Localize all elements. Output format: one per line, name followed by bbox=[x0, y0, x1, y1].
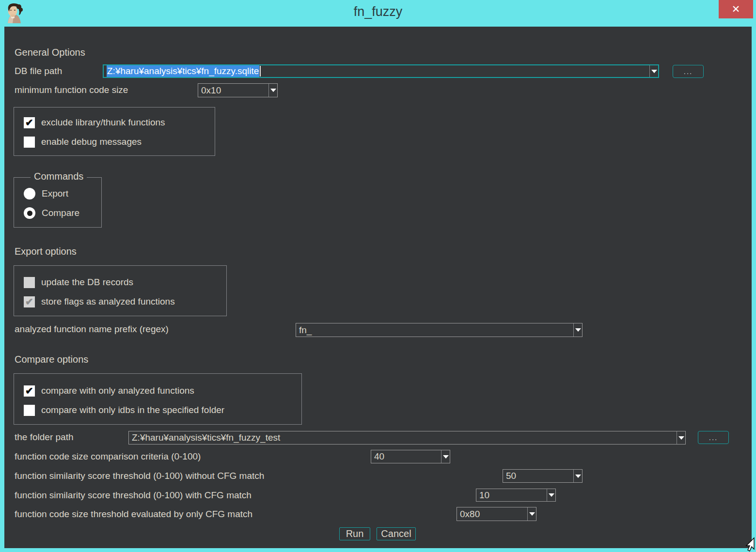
window-title: fn_fuzzy bbox=[0, 4, 756, 19]
checkbox-row-only-idbs-folder[interactable]: compare with only idbs in the specified … bbox=[24, 404, 224, 416]
radio-compare[interactable] bbox=[24, 207, 35, 219]
checkbox-row-debug-messages[interactable]: enable debug messages bbox=[24, 136, 142, 148]
titlebar[interactable]: fn_fuzzy ✕ bbox=[0, 0, 756, 27]
checkbox-only-analyzed[interactable] bbox=[24, 385, 35, 397]
cancel-button[interactable]: Cancel bbox=[377, 527, 416, 540]
dropdown-arrow-icon[interactable] bbox=[527, 507, 536, 521]
dropdown-arrow-icon[interactable] bbox=[268, 84, 277, 97]
similarity-with-cfg-combobox[interactable]: 10 bbox=[476, 489, 556, 502]
folder-browse-button[interactable]: ... bbox=[698, 431, 729, 444]
similarity-with-cfg-label: function similarity score threshold (0-1… bbox=[15, 490, 252, 501]
prefix-combobox[interactable]: fn_ bbox=[296, 323, 583, 337]
close-icon: ✕ bbox=[732, 3, 740, 15]
similarity-without-cfg-combobox[interactable]: 50 bbox=[503, 469, 583, 483]
similarity-without-cfg-value: 50 bbox=[503, 470, 573, 482]
checkbox-row-only-analyzed[interactable]: compare with only analyzed functions bbox=[24, 384, 194, 397]
general-checkbox-group: exclude library/thunk functions enable d… bbox=[14, 107, 215, 156]
folder-path-label: the folder path bbox=[15, 432, 73, 443]
dropdown-arrow-icon[interactable] bbox=[547, 489, 555, 501]
prefix-label: analyzed function name prefix (regex) bbox=[15, 324, 169, 335]
checkbox-label: update the DB records bbox=[41, 277, 133, 288]
text-caret bbox=[260, 66, 261, 77]
checkbox-label: compare with only analyzed functions bbox=[41, 385, 194, 396]
min-code-size-value: 0x10 bbox=[198, 84, 268, 97]
checkbox-debug-messages[interactable] bbox=[24, 137, 35, 148]
min-code-size-combobox[interactable]: 0x10 bbox=[198, 83, 278, 97]
compare-options-heading: Compare options bbox=[15, 354, 88, 365]
checkbox-row-store-flags: store flags as analyzed functions bbox=[24, 295, 175, 308]
prefix-value: fn_ bbox=[296, 323, 573, 337]
export-options-heading: Export options bbox=[15, 246, 77, 257]
commands-legend: Commands bbox=[31, 171, 87, 182]
cfg-only-threshold-label: function code size threshold evaluated b… bbox=[15, 509, 252, 520]
dropdown-arrow-icon[interactable] bbox=[649, 65, 658, 77]
commands-group: Commands Export Compare bbox=[14, 177, 102, 228]
checkbox-store-flags bbox=[24, 296, 35, 307]
dropdown-arrow-icon[interactable] bbox=[573, 470, 582, 482]
mouse-cursor bbox=[741, 537, 756, 552]
code-size-criteria-combobox[interactable]: 40 bbox=[371, 450, 450, 463]
dropdown-arrow-icon[interactable] bbox=[677, 431, 685, 444]
checkbox-exclude-library[interactable] bbox=[24, 117, 35, 128]
min-code-size-label: minimum function code size bbox=[15, 85, 128, 95]
close-button[interactable]: ✕ bbox=[719, 0, 753, 18]
similarity-without-cfg-label: function similarity score threshold (0-1… bbox=[15, 471, 264, 481]
general-options-heading: General Options bbox=[15, 47, 85, 58]
folder-path-value: Z:¥haru¥analysis¥tics¥fn_fuzzy_test bbox=[129, 431, 677, 444]
dropdown-arrow-icon[interactable] bbox=[441, 450, 450, 463]
db-file-path-value: Z:¥haru¥analysis¥tics¥fn_fuzzy.sqlite bbox=[104, 65, 649, 77]
radio-label: Compare bbox=[42, 208, 79, 218]
checkbox-only-idbs-folder[interactable] bbox=[24, 405, 35, 416]
checkbox-label: enable debug messages bbox=[41, 137, 142, 147]
code-size-criteria-label: function code size comparison criteria (… bbox=[15, 451, 201, 462]
export-options-group: update the DB records store flags as ana… bbox=[14, 265, 227, 316]
db-file-path-label: DB file path bbox=[15, 66, 62, 77]
dialog-body: General Options DB file path Z:¥haru¥ana… bbox=[4, 27, 752, 548]
code-size-criteria-value: 40 bbox=[371, 450, 441, 463]
folder-path-combobox[interactable]: Z:¥haru¥analysis¥tics¥fn_fuzzy_test bbox=[128, 431, 686, 445]
cfg-only-threshold-value: 0x80 bbox=[457, 507, 527, 521]
similarity-with-cfg-value: 10 bbox=[476, 489, 547, 501]
radio-label: Export bbox=[42, 188, 68, 199]
dropdown-arrow-icon[interactable] bbox=[573, 323, 582, 337]
radio-export[interactable] bbox=[24, 188, 35, 199]
checkbox-label: compare with only idbs in the specified … bbox=[41, 405, 224, 415]
cfg-only-threshold-combobox[interactable]: 0x80 bbox=[457, 507, 536, 521]
checkbox-row-exclude-library[interactable]: exclude library/thunk functions bbox=[24, 116, 165, 129]
checkbox-label: store flags as analyzed functions bbox=[41, 296, 175, 307]
checkbox-update-db bbox=[24, 277, 35, 288]
radio-row-export[interactable]: Export bbox=[24, 187, 68, 200]
checkbox-row-update-db: update the DB records bbox=[24, 276, 133, 289]
checkbox-label: exclude library/thunk functions bbox=[41, 117, 165, 128]
db-file-path-combobox[interactable]: Z:¥haru¥analysis¥tics¥fn_fuzzy.sqlite bbox=[103, 64, 659, 78]
compare-options-group: compare with only analyzed functions com… bbox=[14, 373, 302, 425]
radio-row-compare[interactable]: Compare bbox=[24, 207, 79, 219]
run-button[interactable]: Run bbox=[339, 527, 370, 540]
db-path-browse-button[interactable]: ... bbox=[673, 65, 704, 78]
fn-fuzzy-dialog: fn_fuzzy ✕ General Options DB file path … bbox=[0, 0, 756, 552]
